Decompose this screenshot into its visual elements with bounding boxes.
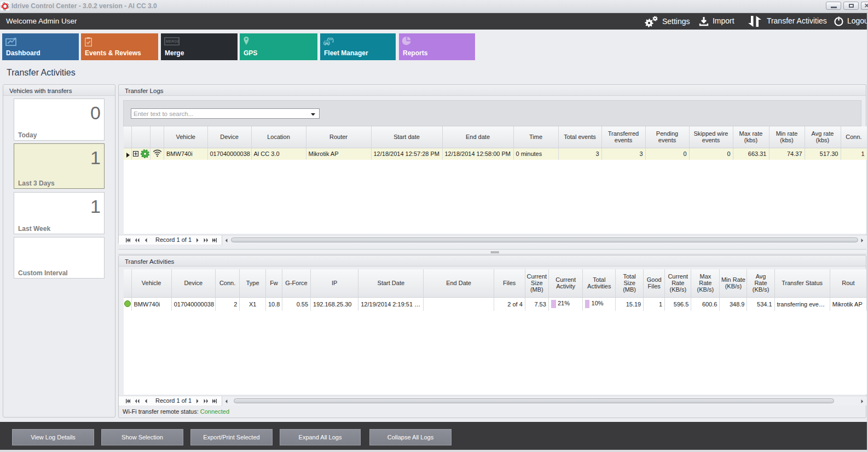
svg-text:MERGE: MERGE bbox=[166, 39, 180, 43]
